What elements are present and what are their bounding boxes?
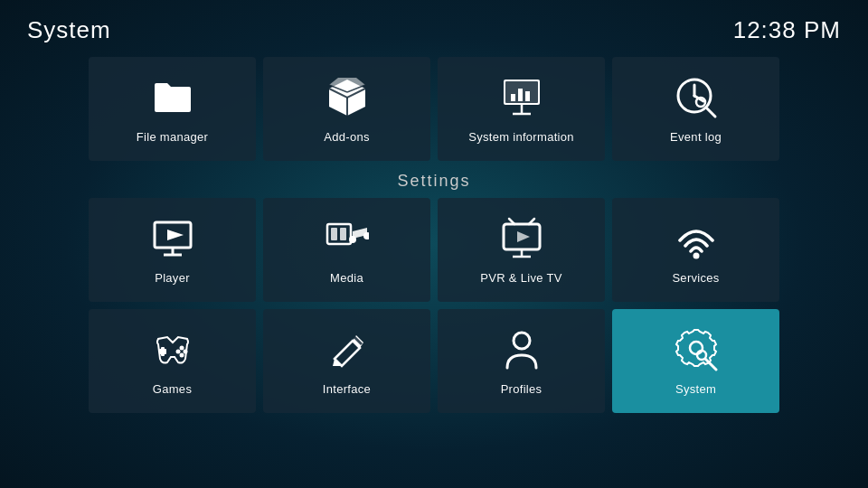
tile-add-ons[interactable]: Add-ons	[263, 57, 430, 161]
tile-pvr-live-tv-label: PVR & Live TV	[480, 271, 561, 285]
svg-rect-8	[518, 89, 523, 101]
svg-line-15	[707, 108, 715, 117]
clock-search-icon	[673, 74, 720, 121]
tile-media[interactable]: Media	[263, 198, 430, 302]
tile-system-information[interactable]: System information	[438, 57, 605, 161]
tile-system[interactable]: System	[612, 309, 779, 413]
svg-rect-23	[340, 228, 346, 240]
media-icon	[324, 215, 371, 262]
tile-add-ons-label: Add-ons	[324, 130, 370, 144]
svg-rect-9	[525, 91, 530, 101]
tile-event-log-label: Event log	[670, 130, 722, 144]
svg-point-36	[183, 350, 187, 354]
tile-profiles-label: Profiles	[501, 382, 542, 396]
settings-row-1: Player Media	[80, 198, 788, 302]
play-circle-icon	[149, 215, 196, 262]
page-title: System	[27, 16, 111, 44]
svg-point-37	[175, 350, 180, 354]
tv-icon	[498, 215, 545, 262]
svg-rect-22	[331, 228, 337, 240]
tile-player-label: Player	[155, 271, 190, 285]
pencil-icon	[324, 326, 371, 373]
svg-marker-18	[167, 230, 184, 240]
svg-point-41	[690, 342, 703, 354]
settings-grid: Player Media	[0, 198, 868, 413]
wifi-icon	[673, 215, 720, 262]
tile-games-label: Games	[153, 382, 192, 396]
tile-event-log[interactable]: Event log	[612, 57, 779, 161]
tile-interface-label: Interface	[323, 382, 371, 396]
svg-point-24	[349, 236, 356, 243]
svg-marker-31	[517, 231, 530, 242]
tile-pvr-live-tv[interactable]: PVR & Live TV	[438, 198, 605, 302]
svg-point-40	[514, 333, 530, 349]
settings-row-2: Games Interface	[80, 309, 788, 413]
clock: 12:38 PM	[733, 16, 841, 44]
settings-heading: Settings	[0, 172, 868, 191]
box-icon	[324, 74, 371, 121]
presentation-icon	[498, 74, 545, 121]
tile-file-manager-label: File manager	[137, 130, 208, 144]
tile-interface[interactable]: Interface	[263, 309, 430, 413]
svg-rect-34	[159, 349, 166, 354]
tile-services-label: Services	[672, 271, 719, 285]
svg-rect-21	[327, 224, 351, 244]
tile-player[interactable]: Player	[89, 198, 256, 302]
svg-rect-7	[511, 94, 515, 101]
tile-media-label: Media	[330, 271, 363, 285]
header: System 12:38 PM	[0, 0, 868, 53]
tile-file-manager[interactable]: File manager	[89, 57, 256, 161]
gamepad-icon	[149, 326, 196, 373]
svg-point-38	[179, 353, 184, 358]
top-tiles-row: File manager Add-ons	[0, 57, 868, 161]
folder-icon	[149, 74, 196, 121]
tile-system-information-label: System information	[468, 130, 574, 144]
tile-games[interactable]: Games	[89, 309, 256, 413]
tile-profiles[interactable]: Profiles	[438, 309, 605, 413]
svg-point-32	[693, 253, 699, 259]
person-icon	[498, 326, 545, 373]
gear-wrench-icon	[673, 326, 720, 373]
tile-system-label: System	[675, 382, 716, 396]
tile-services[interactable]: Services	[612, 198, 779, 302]
svg-point-35	[179, 346, 184, 351]
